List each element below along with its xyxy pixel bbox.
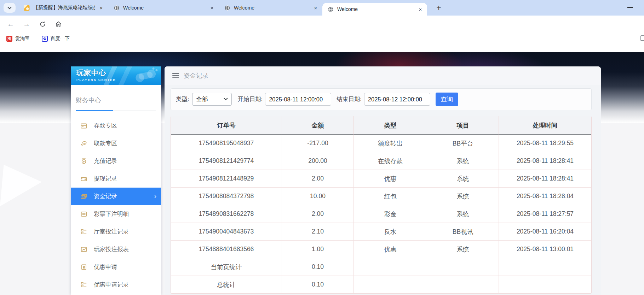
bookmarks-bar: 淘爱淘宝百度一下 <box>0 33 644 45</box>
sidebar-item-玩家投注报表[interactable]: 玩家投注报表 <box>71 241 161 258</box>
end-date-input[interactable] <box>364 93 430 106</box>
tab-strip-tabs: 【新提醒】海燕策略论坛综合交×Welcome×Welcome×Welcome× <box>18 0 427 16</box>
sidebar-item-资金记录[interactable]: 资金记录› <box>71 188 161 205</box>
table-row: 1754908195048937-217.00额度转出BB平台2025-08-1… <box>171 135 591 152</box>
sidebar-item-存款专区[interactable]: 存款专区 <box>71 117 161 135</box>
sidebar-item-取款专区[interactable]: 取款专区 <box>71 135 161 152</box>
chevron-down-icon <box>7 5 11 9</box>
deposit-card-icon <box>80 122 88 130</box>
type-select[interactable]: 全部 <box>192 93 232 106</box>
table-cell: 1.00 <box>282 241 354 258</box>
table-cell: 1754908084372798 <box>171 188 282 205</box>
other-bookmarks-icon[interactable] <box>640 35 644 41</box>
table-cell: BB视讯 <box>427 223 499 241</box>
sidebar-item-充值记录[interactable]: 充值记录 <box>71 152 161 170</box>
table-header-row: 订单号金额类型项目处理时间 <box>171 116 591 135</box>
table-cell: 200.00 <box>282 152 354 170</box>
reload-icon <box>39 21 46 28</box>
recharge-moneybag-icon <box>80 157 88 165</box>
type-select-value: 全部 <box>196 95 208 103</box>
bookmark-label: 爱淘宝 <box>15 35 30 42</box>
forward-arrow-icon: → <box>23 20 30 28</box>
table-cell: 1754908121429774 <box>171 152 282 170</box>
browser-tab[interactable]: Welcome× <box>108 0 219 16</box>
hamburger-menu-icon[interactable] <box>172 73 179 78</box>
tab-close-icon[interactable]: × <box>312 5 319 11</box>
table-cell: 红包 <box>354 188 427 205</box>
home-button[interactable] <box>53 19 63 29</box>
tab-close-icon[interactable]: × <box>417 6 424 12</box>
table-cell <box>354 258 427 276</box>
sidebar-item-厅室投注记录[interactable]: 厅室投注记录 <box>71 223 161 241</box>
table-cell: 2025-08-11 18:27:57 <box>499 205 591 223</box>
tab-title: Welcome <box>337 6 414 12</box>
sidebar-item-优惠申请[interactable]: 优惠申请 <box>71 258 161 276</box>
browser-tab[interactable]: 【新提醒】海燕策略论坛综合交× <box>18 0 108 16</box>
sidebar-title: 玩家中心 <box>76 68 116 78</box>
sidebar-item-彩票下注明细[interactable]: 彩票下注明细 <box>71 205 161 223</box>
table-cell: -217.00 <box>282 135 354 152</box>
bookmark-label: 百度一下 <box>51 35 70 42</box>
table-cell: 在线存款 <box>354 152 427 170</box>
table-row: 17549004048436732.10反水BB视讯2025-08-11 16:… <box>171 223 591 241</box>
promo-apply-gift-icon <box>80 263 88 271</box>
table-cell <box>354 276 427 294</box>
funds-record-icon <box>80 193 88 200</box>
table-cell <box>499 276 591 294</box>
start-date-input[interactable] <box>265 93 331 106</box>
withdraw-record-wallet-icon <box>80 175 88 183</box>
tab-close-icon[interactable]: × <box>98 5 104 11</box>
sidebar-section-underline <box>76 110 156 111</box>
chevron-down-icon <box>224 96 228 100</box>
column-header: 类型 <box>354 116 427 135</box>
browser-tab[interactable]: Welcome× <box>219 0 322 16</box>
start-date-label: 开始日期: <box>238 95 263 103</box>
table-row: 17549081214489292.00优惠系统2025-08-11 18:28… <box>171 170 591 188</box>
filter-bar: 类型: 全部 开始日期: 结束日期: 查询 <box>171 88 592 110</box>
table-cell: 额度转出 <box>354 135 427 152</box>
tab-search-button[interactable] <box>4 3 16 13</box>
table-cell: 系统 <box>427 205 499 223</box>
sidebar-item-label: 优惠申请记录 <box>94 281 129 289</box>
sidebar-item-label: 提现记录 <box>94 175 117 183</box>
sidebar-item-提现记录[interactable]: 提现记录 <box>71 170 161 188</box>
sidebar-item-label: 资金记录 <box>94 193 117 200</box>
end-date-label: 结束日期: <box>337 95 362 103</box>
reload-button[interactable] <box>38 19 47 29</box>
tab-title: Welcome <box>234 5 310 11</box>
hall-bet-list-icon <box>80 228 88 236</box>
table-row: 17548884016835661.00优惠系统2025-08-11 13:00… <box>171 241 591 258</box>
sidebar-item-partial[interactable] <box>71 294 161 295</box>
minimize-button[interactable] <box>627 7 633 8</box>
sidebar-section-label: 财务中心 <box>76 96 156 105</box>
plus-icon: + <box>436 3 441 13</box>
table-cell: 1754900404843673 <box>171 223 282 241</box>
forward-button[interactable]: → <box>22 19 31 29</box>
table-row: 当前页统计0.10 <box>171 258 591 276</box>
bookmark-item[interactable]: 淘爱淘宝 <box>6 35 30 42</box>
sidebar-item-优惠申请记录[interactable]: 优惠申请记录 <box>71 276 161 294</box>
column-header: 处理时间 <box>499 116 591 135</box>
table-cell: 0.10 <box>282 258 354 276</box>
table-cell: 2025-08-11 18:28:41 <box>499 170 591 188</box>
table-cell: 反水 <box>354 223 427 241</box>
sidebar-item-label: 取款专区 <box>94 140 117 147</box>
table-cell: 优惠 <box>354 241 427 258</box>
sidebar-item-label: 优惠申请 <box>94 263 117 271</box>
back-button[interactable]: ← <box>6 19 16 29</box>
browser-tab[interactable]: Welcome× <box>322 3 427 16</box>
table-cell: 优惠 <box>354 170 427 188</box>
table-cell: 1754890831662278 <box>171 205 282 223</box>
new-tab-button[interactable]: + <box>433 2 444 13</box>
webpage: 玩家中心 PLAYERS CENTER 财务中心 存款专区取款专区充值记录提现记… <box>0 45 644 295</box>
page-title-bar: 资金记录 <box>165 66 601 85</box>
table-row: 175490808437279810.00红包系统2025-08-11 18:2… <box>171 188 591 205</box>
search-button[interactable]: 查询 <box>436 93 458 106</box>
table-body: 1754908195048937-217.00额度转出BB平台2025-08-1… <box>171 135 591 294</box>
table-row: 17548908316622782.00彩金系统2025-08-11 18:27… <box>171 205 591 223</box>
column-header: 金额 <box>282 116 354 135</box>
bookmark-item[interactable]: 百度一下 <box>42 35 70 42</box>
table-cell: 2025-08-11 18:28:04 <box>499 188 591 205</box>
tab-strip: 【新提醒】海燕策略论坛综合交×Welcome×Welcome×Welcome× … <box>0 0 644 16</box>
tab-close-icon[interactable]: × <box>209 5 215 11</box>
